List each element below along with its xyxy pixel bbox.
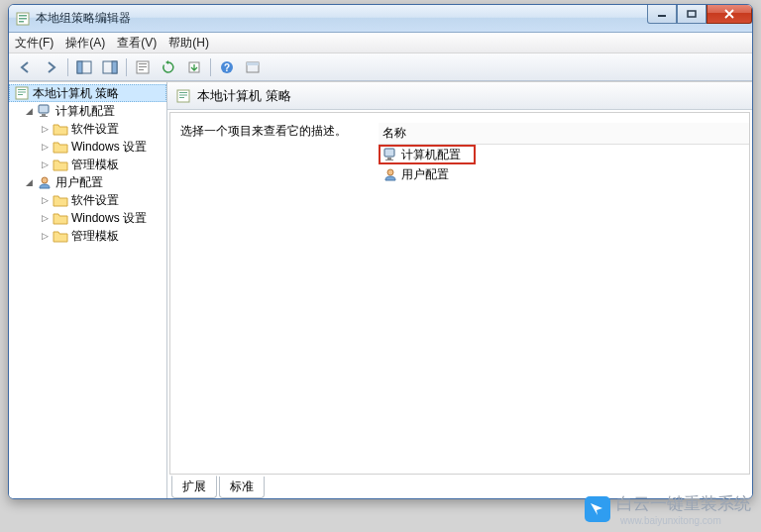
watermark-url: www.baiyunxitong.com xyxy=(620,515,751,526)
tab-extended[interactable]: 扩展 xyxy=(171,476,217,498)
folder-icon xyxy=(53,228,68,244)
tree-admin-templates-user[interactable]: ▷ 管理模板 xyxy=(9,227,166,245)
forward-button[interactable] xyxy=(40,56,63,78)
list-column: 名称 计算机配置 用户配置 xyxy=(379,123,749,474)
svg-rect-33 xyxy=(385,160,393,160)
svg-rect-31 xyxy=(384,149,394,157)
tree-label: 管理模板 xyxy=(71,157,119,173)
maximize-button[interactable] xyxy=(677,4,707,24)
tree-windows-settings-user[interactable]: ▷ Windows 设置 xyxy=(9,209,166,227)
svg-rect-23 xyxy=(39,105,49,113)
tree-software-settings[interactable]: ▷ 软件设置 xyxy=(9,120,166,138)
tree-admin-templates[interactable]: ▷ 管理模板 xyxy=(9,156,166,173)
svg-rect-22 xyxy=(18,94,23,95)
computer-icon xyxy=(382,147,398,162)
minimize-button[interactable] xyxy=(647,4,677,24)
svg-rect-12 xyxy=(139,66,147,67)
toolbar: ? xyxy=(9,53,752,81)
content-area: 本地计算机 策略 ◢ 计算机配置 ▷ 软件设置 ▷ xyxy=(9,81,752,498)
description-prompt: 选择一个项目来查看它的描述。 xyxy=(180,123,369,140)
menu-bar: 文件(F) 操作(A) 查看(V) 帮助(H) xyxy=(9,33,752,53)
menu-view[interactable]: 查看(V) xyxy=(117,35,157,52)
tree-panel: 本地计算机 策略 ◢ 计算机配置 ▷ 软件设置 ▷ xyxy=(9,82,167,498)
help-button[interactable]: ? xyxy=(215,56,239,78)
svg-rect-11 xyxy=(139,63,147,64)
tree-user-config[interactable]: ◢ 用户配置 xyxy=(9,173,166,191)
column-header-name[interactable]: 名称 xyxy=(379,123,749,145)
tree-root-label: 本地计算机 策略 xyxy=(33,85,119,102)
svg-text:?: ? xyxy=(224,62,230,73)
svg-rect-13 xyxy=(139,69,144,70)
list-item-user-config[interactable]: 用户配置 xyxy=(379,164,749,184)
description-column: 选择一个项目来查看它的描述。 xyxy=(180,123,379,474)
details-split: 选择一个项目来查看它的描述。 名称 计算机配置 xyxy=(170,113,749,474)
svg-rect-7 xyxy=(77,61,82,73)
tree-label: 计算机配置 xyxy=(55,103,115,120)
watermark-text: 白云一键重装系统 xyxy=(616,492,751,515)
watermark: 白云一键重装系统 www.baiyunxitong.com xyxy=(585,492,751,526)
list-item-computer-config[interactable]: 计算机配置 xyxy=(379,145,476,164)
expand-icon[interactable]: ▷ xyxy=(39,159,51,170)
show-hide-tree-button[interactable] xyxy=(72,56,96,78)
folder-icon xyxy=(53,139,68,155)
expand-icon[interactable]: ▷ xyxy=(39,123,51,135)
tab-standard[interactable]: 标准 xyxy=(219,477,265,498)
folder-icon xyxy=(53,157,68,172)
title-bar[interactable]: 本地组策略编辑器 xyxy=(9,5,752,33)
svg-rect-18 xyxy=(247,62,259,65)
toolbar-separator xyxy=(67,58,68,76)
svg-rect-28 xyxy=(179,92,187,93)
svg-rect-1 xyxy=(19,15,27,17)
watermark-logo xyxy=(585,496,610,522)
svg-rect-32 xyxy=(387,158,391,160)
computer-icon xyxy=(37,103,53,119)
properties-button[interactable] xyxy=(131,56,155,78)
tree-software-settings-user[interactable]: ▷ 软件设置 xyxy=(9,191,166,209)
export-button[interactable] xyxy=(182,56,206,78)
tree-label: Windows 设置 xyxy=(71,210,147,227)
toolbar-separator xyxy=(210,58,211,76)
svg-rect-4 xyxy=(658,15,666,17)
svg-rect-9 xyxy=(112,61,117,73)
details-panel: 本地计算机 策略 选择一个项目来查看它的描述。 名称 计算机配置 xyxy=(167,82,752,498)
app-window: 本地组策略编辑器 文件(F) 操作(A) 查看(V) 帮助(H) xyxy=(8,4,753,499)
details-body: 选择一个项目来查看它的描述。 名称 计算机配置 xyxy=(169,112,750,475)
filter-button[interactable] xyxy=(241,56,265,78)
expand-icon[interactable]: ▷ xyxy=(39,212,51,224)
expand-icon[interactable]: ▷ xyxy=(39,194,51,206)
tree-label: 软件设置 xyxy=(71,192,119,209)
menu-help[interactable]: 帮助(H) xyxy=(168,35,209,52)
svg-rect-29 xyxy=(179,94,187,95)
window-title: 本地组策略编辑器 xyxy=(36,10,131,27)
svg-rect-2 xyxy=(19,18,27,20)
tree-label: Windows 设置 xyxy=(71,139,147,156)
svg-rect-20 xyxy=(18,89,26,90)
list-item-label: 用户配置 xyxy=(401,166,449,183)
folder-icon xyxy=(53,192,68,208)
folder-icon xyxy=(53,210,68,226)
svg-rect-27 xyxy=(177,90,189,102)
svg-rect-30 xyxy=(179,97,184,98)
user-icon xyxy=(382,166,398,182)
close-button[interactable] xyxy=(707,4,752,24)
user-icon xyxy=(37,174,53,190)
svg-rect-21 xyxy=(18,92,26,93)
policy-icon xyxy=(14,85,30,101)
expand-icon[interactable]: ▷ xyxy=(39,230,51,242)
details-header: 本地计算机 策略 xyxy=(167,82,752,110)
collapse-icon[interactable]: ◢ xyxy=(23,176,35,188)
collapse-icon[interactable]: ◢ xyxy=(23,105,35,117)
list-item-label: 计算机配置 xyxy=(401,147,461,163)
refresh-button[interactable] xyxy=(157,56,180,78)
tree-root[interactable]: 本地计算机 策略 xyxy=(9,84,166,102)
tree-windows-settings[interactable]: ▷ Windows 设置 xyxy=(9,138,166,156)
back-button[interactable] xyxy=(14,56,38,78)
show-hide-action-button[interactable] xyxy=(98,56,122,78)
tree-computer-config[interactable]: ◢ 计算机配置 xyxy=(9,102,166,120)
menu-action[interactable]: 操作(A) xyxy=(65,35,105,52)
svg-rect-19 xyxy=(16,87,28,99)
tree-label: 软件设置 xyxy=(71,121,119,138)
toolbar-separator xyxy=(126,58,127,76)
menu-file[interactable]: 文件(F) xyxy=(15,35,54,52)
expand-icon[interactable]: ▷ xyxy=(39,141,51,153)
